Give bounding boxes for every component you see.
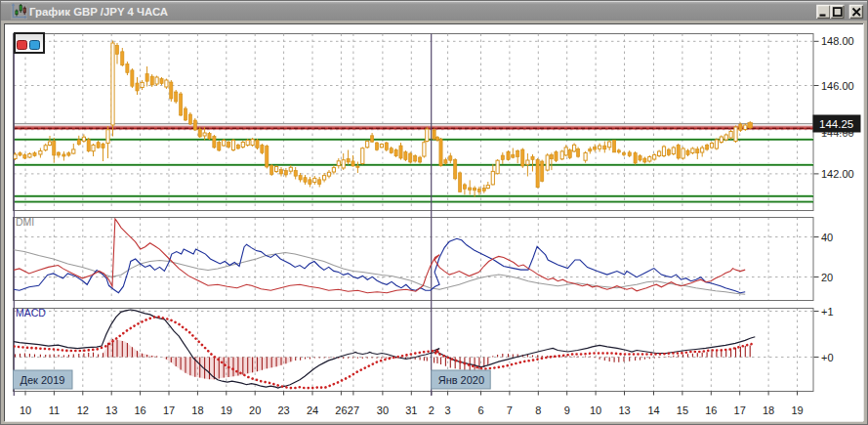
svg-text:17: 17 xyxy=(734,404,746,416)
svg-text:19: 19 xyxy=(791,404,803,416)
svg-text:14: 14 xyxy=(647,404,659,416)
svg-text:8: 8 xyxy=(535,404,541,416)
svg-text:20: 20 xyxy=(821,272,833,283)
svg-text:16: 16 xyxy=(705,404,717,416)
svg-text:График GBP /JPY 4 ЧАСА: График GBP /JPY 4 ЧАСА xyxy=(29,6,168,18)
svg-text:19: 19 xyxy=(221,404,232,416)
svg-text:16: 16 xyxy=(134,404,145,416)
svg-text:30: 30 xyxy=(377,404,389,416)
svg-text:17: 17 xyxy=(163,404,175,416)
svg-text:6: 6 xyxy=(477,404,483,416)
svg-text:23: 23 xyxy=(277,404,289,416)
svg-text:40: 40 xyxy=(821,232,833,243)
svg-text:13: 13 xyxy=(105,404,117,416)
svg-text:MACD: MACD xyxy=(16,307,46,319)
svg-text:10: 10 xyxy=(590,404,601,416)
svg-text:27: 27 xyxy=(348,404,359,416)
svg-text:144.25: 144.25 xyxy=(819,118,853,130)
svg-text:DMI: DMI xyxy=(16,216,34,228)
svg-text:12: 12 xyxy=(77,404,89,416)
svg-text:Янв 2020: Янв 2020 xyxy=(438,374,484,386)
svg-text:10: 10 xyxy=(20,404,31,416)
svg-text:2: 2 xyxy=(429,404,434,416)
svg-text:13: 13 xyxy=(618,404,630,416)
svg-text:+1: +1 xyxy=(821,306,834,318)
svg-text:18: 18 xyxy=(763,404,774,416)
svg-text:142.00: 142.00 xyxy=(821,168,854,180)
svg-text:9: 9 xyxy=(564,404,570,416)
svg-text:31: 31 xyxy=(405,404,417,416)
svg-text:+0: +0 xyxy=(821,352,834,363)
svg-text:18: 18 xyxy=(191,404,203,416)
svg-text:3: 3 xyxy=(445,404,451,416)
svg-text:Дек 2019: Дек 2019 xyxy=(21,374,65,386)
svg-text:24: 24 xyxy=(307,404,318,416)
svg-text:11: 11 xyxy=(49,404,60,416)
svg-text:26: 26 xyxy=(335,404,347,416)
svg-text:20: 20 xyxy=(249,404,261,416)
svg-text:148.00: 148.00 xyxy=(821,35,854,47)
svg-text:146.00: 146.00 xyxy=(821,80,854,92)
svg-text:15: 15 xyxy=(677,404,688,416)
svg-text:7: 7 xyxy=(507,404,513,416)
